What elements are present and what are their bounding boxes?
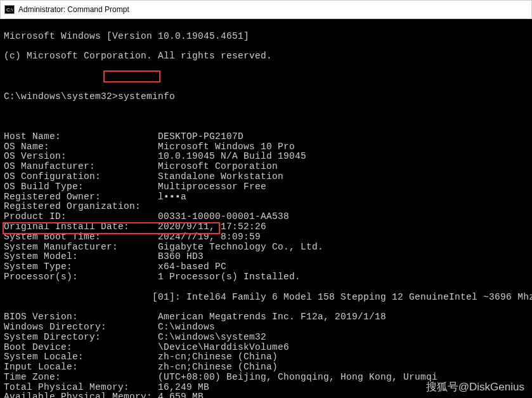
prompt-path: C:\windows\system32> <box>4 91 118 102</box>
info-row: System Type: x64-based PC <box>4 262 528 272</box>
info-row: BIOS Version: American Megatrends Inc. F… <box>4 312 528 322</box>
info-row: Available Physical Memory: 4,659 MB <box>4 392 528 398</box>
cmd-icon: C:\ <box>4 5 15 14</box>
info-row: Total Physical Memory: 16,249 MB <box>4 383 528 393</box>
info-row: OS Build Type: Multiprocessor Free <box>4 182 528 192</box>
blank-line <box>4 72 528 82</box>
systeminfo-block-1: Host Name: DESKTOP-PG2107DOS Name: Micro… <box>4 132 528 282</box>
info-row: OS Configuration: Standalone Workstation <box>4 172 528 182</box>
info-row: OS Version: 10.0.19045 N/A Build 19045 <box>4 152 528 162</box>
processor-detail: [01]: Intel64 Family 6 Model 158 Steppin… <box>4 293 528 303</box>
info-row: System Locale: zh-cn;Chinese (China) <box>4 352 528 362</box>
info-row: Processor(s): 1 Processor(s) Installed. <box>4 272 528 282</box>
info-row: Time Zone: (UTC+08:00) Beijing, Chongqin… <box>4 373 528 383</box>
info-row: System Model: B360 HD3 <box>4 252 528 262</box>
command-text: systeminfo <box>118 91 175 102</box>
title-bar[interactable]: C:\ Administrator: Command Prompt <box>0 0 532 19</box>
info-row: Product ID: 00331-10000-00001-AA538 <box>4 212 528 222</box>
info-row: Host Name: DESKTOP-PG2107D <box>4 132 528 142</box>
window-title: Administrator: Command Prompt <box>18 5 129 14</box>
copyright-line: (c) Microsoft Corporation. All rights re… <box>4 51 528 62</box>
info-row: Windows Directory: C:\windows <box>4 322 528 333</box>
info-row: System Manufacturer: Gigabyte Technology… <box>4 242 528 253</box>
version-line: Microsoft Windows [Version 10.0.19045.46… <box>4 32 528 42</box>
info-row: Boot Device: \Device\HarddiskVolume6 <box>4 343 528 353</box>
info-row: Registered Organization: <box>4 202 528 212</box>
blank-line <box>4 112 528 122</box>
info-row: Registered Owner: l▪▪▪a <box>4 192 528 202</box>
prompt-line: C:\windows\system32>systeminfo <box>4 92 528 102</box>
info-row: Original Install Date: 2020/9/11, 17:52:… <box>4 222 528 232</box>
info-row: System Boot Time: 2024/7/19, 8:09:59 <box>4 232 528 242</box>
info-row: Input Locale: zh-cn;Chinese (China) <box>4 362 528 373</box>
info-row: OS Name: Microsoft Windows 10 Pro <box>4 142 528 152</box>
terminal-output[interactable]: Microsoft Windows [Version 10.0.19045.46… <box>0 19 532 398</box>
info-row: OS Manufacturer: Microsoft Corporation <box>4 162 528 172</box>
systeminfo-block-2: BIOS Version: American Megatrends Inc. F… <box>4 312 528 398</box>
info-row: System Directory: C:\windows\system32 <box>4 333 528 343</box>
